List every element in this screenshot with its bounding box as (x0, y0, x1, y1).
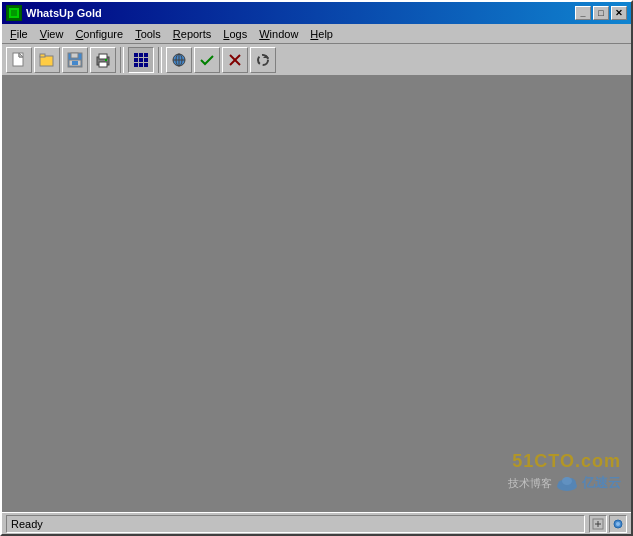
main-window: WhatsUp Gold _ □ ✕ File View Configure T… (0, 0, 633, 536)
menu-bar: File View Configure Tools Reports Logs W… (2, 24, 631, 44)
toolbar-print-button[interactable] (90, 47, 116, 73)
cloud-logo-icon (556, 474, 578, 492)
menu-file[interactable]: File (4, 26, 34, 42)
toolbar-dismiss-button[interactable] (222, 47, 248, 73)
maximize-button[interactable]: □ (593, 6, 609, 20)
status-text: Ready (6, 515, 585, 533)
app-icon (6, 5, 22, 21)
watermark-brand: 亿速云 (582, 474, 621, 492)
main-content-area: 51CTO.com 技术博客 亿速云 (2, 76, 631, 512)
toolbar-acknowledge-button[interactable] (194, 47, 220, 73)
close-button[interactable]: ✕ (611, 6, 627, 20)
grid-icon (134, 53, 148, 67)
title-bar: WhatsUp Gold _ □ ✕ (2, 2, 631, 24)
minimize-button[interactable]: _ (575, 6, 591, 20)
status-bar: Ready (2, 512, 631, 534)
svg-rect-14 (105, 59, 107, 61)
title-bar-left: WhatsUp Gold (6, 5, 102, 21)
menu-help[interactable]: Help (304, 26, 339, 42)
svg-rect-2 (11, 10, 17, 16)
title-bar-buttons: _ □ ✕ (575, 6, 627, 20)
svg-rect-12 (99, 54, 107, 59)
svg-rect-13 (99, 62, 107, 67)
svg-rect-8 (71, 53, 78, 58)
svg-rect-10 (72, 61, 78, 65)
status-icons (589, 515, 627, 533)
toolbar (2, 44, 631, 76)
svg-rect-6 (40, 54, 45, 57)
menu-logs[interactable]: Logs (217, 26, 253, 42)
watermark-site: 51CTO.com (508, 451, 621, 472)
menu-configure[interactable]: Configure (69, 26, 129, 42)
status-icon-1 (589, 515, 607, 533)
svg-point-26 (562, 477, 572, 485)
menu-reports[interactable]: Reports (167, 26, 218, 42)
toolbar-network-button[interactable] (166, 47, 192, 73)
toolbar-grid-button[interactable] (128, 47, 154, 73)
svg-point-31 (616, 522, 620, 526)
toolbar-refresh-button[interactable] (250, 47, 276, 73)
watermark: 51CTO.com 技术博客 亿速云 (508, 451, 621, 492)
toolbar-separator-2 (158, 47, 162, 73)
menu-tools[interactable]: Tools (129, 26, 167, 42)
watermark-subtitle: 技术博客 (508, 476, 552, 491)
watermark-bottom: 技术博客 亿速云 (508, 474, 621, 492)
toolbar-open-button[interactable] (34, 47, 60, 73)
window-title: WhatsUp Gold (26, 7, 102, 19)
menu-view[interactable]: View (34, 26, 70, 42)
toolbar-new-button[interactable] (6, 47, 32, 73)
toolbar-separator-1 (120, 47, 124, 73)
menu-window[interactable]: Window (253, 26, 304, 42)
toolbar-save-button[interactable] (62, 47, 88, 73)
status-icon-2 (609, 515, 627, 533)
